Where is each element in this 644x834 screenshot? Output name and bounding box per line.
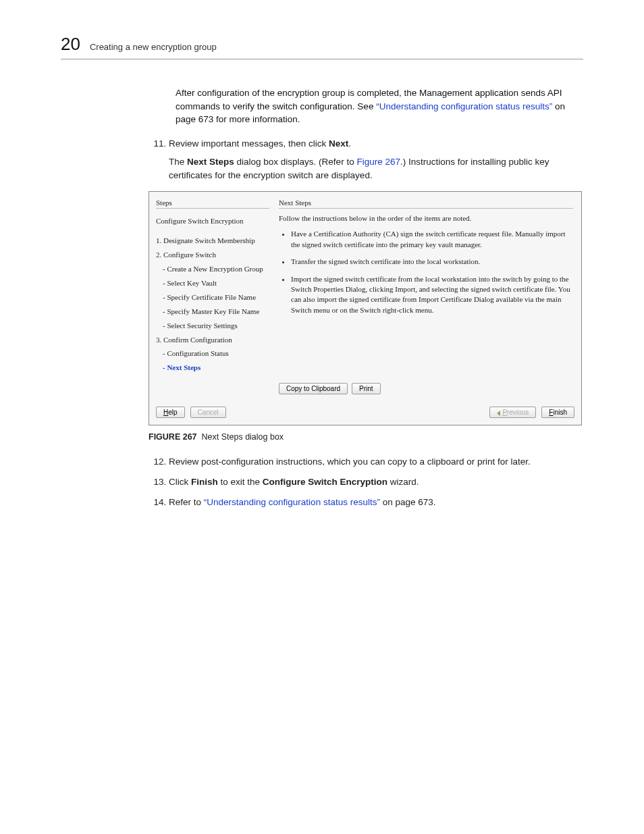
step-11-sub-c: dialog box displays. (Refer to (234, 157, 357, 167)
page-title: Creating a new encryption group (90, 42, 217, 52)
step-13-d: Configure Switch Encryption (263, 477, 387, 487)
figure-caption: FIGURE 267 Next Steps dialog box (149, 432, 583, 442)
step-11: Review important messages, then click Ne… (169, 137, 583, 182)
wizard-step-2d: - Specify Master Key File Name (156, 305, 269, 319)
intro-link[interactable]: “Understanding configuration status resu… (376, 101, 552, 111)
step-13-a: Click (169, 477, 191, 487)
previous-button[interactable]: Previous (489, 407, 536, 418)
step-11-sub-a: The (169, 157, 187, 167)
figure-label: FIGURE 267 (149, 432, 197, 442)
figure-ref-link[interactable]: Figure 267 (356, 157, 400, 167)
dialog-steps-panel: Steps Configure Switch Encryption 1. Des… (149, 192, 275, 401)
step-14-b: on page 673. (380, 497, 436, 507)
chapter-number: 20 (61, 34, 80, 55)
step-12: Review post-configuration instructions, … (169, 455, 583, 469)
dialog-content-panel: Next Steps Follow the instructions below… (275, 192, 581, 401)
wizard-step-current: - Next Steps (156, 361, 269, 375)
step-13-c: to exit the (218, 477, 263, 487)
copy-to-clipboard-button[interactable]: Copy to Clipboard (279, 383, 348, 394)
bullet-1: Have a Certification Authority (CA) sign… (291, 229, 573, 250)
dialog-right-intro: Follow the instructions below in the ord… (279, 214, 573, 222)
step-11-bold: Next (329, 138, 348, 149)
help-button[interactable]: Help (156, 407, 185, 418)
arrow-left-icon (497, 411, 500, 416)
step-14-link[interactable]: “Understanding configuration status resu… (204, 497, 380, 507)
step-14: Refer to “Understanding configuration st… (169, 496, 583, 509)
intro-paragraph: After configuration of the encryption gr… (176, 86, 583, 126)
page-header: 20 Creating a new encryption group (61, 34, 583, 59)
figure-caption-text: Next Steps dialog box (202, 432, 284, 442)
wizard-step-2: 2. Configure Switch (156, 248, 269, 262)
wizard-step-2a: - Create a New Encryption Group (156, 262, 269, 276)
print-button[interactable]: Print (352, 383, 381, 394)
step-14-a: Refer to (169, 497, 204, 507)
wizard-step-3: 3. Confirm Configuration (156, 333, 269, 347)
next-steps-dialog: Steps Configure Switch Encryption 1. Des… (149, 191, 582, 425)
step-13-e: wizard. (387, 477, 419, 487)
steps-list-continued: Review post-configuration instructions, … (149, 455, 583, 509)
dialog-footer: Help Cancel Previous Finish (149, 401, 581, 425)
bullet-2: Transfer the signed switch certificate i… (291, 257, 573, 267)
step-11-sub: The Next Steps dialog box displays. (Ref… (169, 155, 583, 182)
wizard-step-3a: - Configuration Status (156, 346, 269, 361)
dialog-right-header: Next Steps (279, 199, 573, 209)
bullet-3: Import the signed switch certificate fro… (291, 274, 573, 316)
step-13-b: Finish (191, 477, 218, 487)
wizard-step-2b: - Select Key Vault (156, 276, 269, 290)
wizard-step-2c: - Specify Certificate File Name (156, 290, 269, 305)
step-11-text-b: . (348, 138, 351, 149)
step-13: Click Finish to exit the Configure Switc… (169, 475, 583, 489)
step-11-text-a: Review important messages, then click (169, 138, 329, 149)
steps-list: Review important messages, then click Ne… (149, 137, 583, 182)
cancel-button[interactable]: Cancel (190, 407, 226, 418)
dialog-left-title: Configure Switch Encryption (156, 214, 269, 228)
step-11-sub-b: Next Steps (187, 157, 234, 167)
dialog-left-header: Steps (156, 199, 269, 209)
instructions-list: Have a Certification Authority (CA) sign… (279, 229, 573, 322)
finish-button[interactable]: Finish (541, 407, 574, 418)
wizard-step-1: 1. Designate Switch Membership (156, 234, 269, 248)
wizard-step-2e: - Select Security Settings (156, 319, 269, 333)
